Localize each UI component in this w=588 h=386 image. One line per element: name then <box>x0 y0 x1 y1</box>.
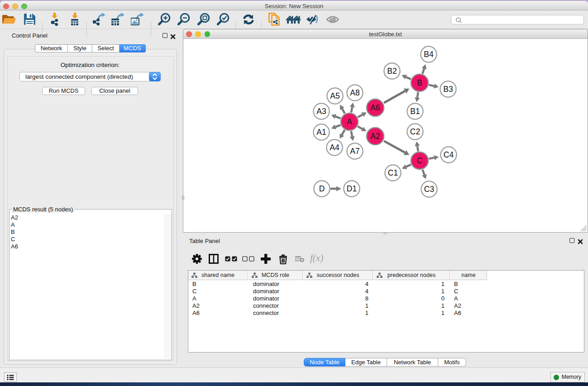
svg-text:B2: B2 <box>387 67 397 76</box>
svg-text:A: A <box>347 117 352 126</box>
svg-text:C2: C2 <box>410 127 420 136</box>
svg-text:C3: C3 <box>424 185 434 194</box>
svg-text:B1: B1 <box>410 107 420 116</box>
svg-text:A6: A6 <box>370 103 380 112</box>
svg-text:C: C <box>417 156 423 165</box>
svg-text:A1: A1 <box>316 128 326 137</box>
svg-text:A5: A5 <box>330 91 339 100</box>
svg-text:D1: D1 <box>347 184 357 193</box>
svg-text:C4: C4 <box>444 150 454 159</box>
svg-text:B3: B3 <box>443 85 453 94</box>
svg-text:A3: A3 <box>316 107 326 116</box>
svg-text:B: B <box>417 78 422 87</box>
svg-text:A4: A4 <box>330 143 339 152</box>
svg-text:D: D <box>319 184 325 193</box>
svg-text:B4: B4 <box>424 50 434 59</box>
svg-text:A7: A7 <box>350 147 359 156</box>
svg-text:A2: A2 <box>370 132 380 141</box>
svg-text:A8: A8 <box>350 88 359 97</box>
svg-text:C1: C1 <box>388 168 398 177</box>
